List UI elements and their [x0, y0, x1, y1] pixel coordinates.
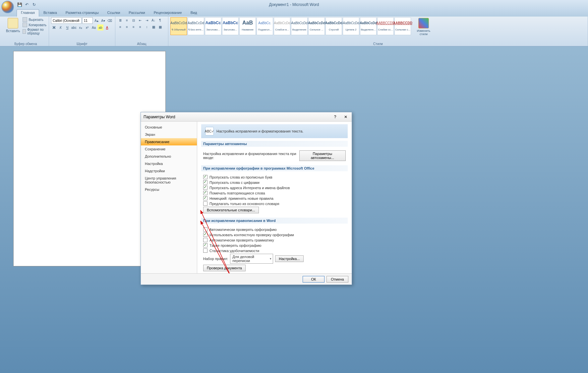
para-label: Абзац [115, 42, 168, 46]
subscript-icon[interactable]: x₂ [78, 25, 84, 30]
save-icon[interactable]: 💾 [17, 2, 23, 8]
nav-general[interactable]: Основные [141, 124, 197, 131]
autocorrect-text: Настройка исправления и форматирования т… [203, 152, 297, 160]
clear-format-icon[interactable]: ⌫ [107, 18, 113, 24]
line-spacing-icon[interactable]: ↕ [144, 24, 150, 30]
help-button[interactable]: ? [332, 115, 338, 119]
nav-resources[interactable]: Ресурсы [141, 186, 197, 193]
align-left-icon[interactable]: ≡ [117, 24, 123, 30]
dialog-title-text: Параметры Word [144, 115, 332, 119]
grow-font-icon[interactable]: A▴ [93, 18, 99, 24]
chk-also-spell[interactable] [203, 243, 207, 247]
section-autocorrect: Параметры автозамены [201, 141, 348, 147]
nav-customize[interactable]: Настройка [141, 160, 197, 167]
align-right-icon[interactable]: ≡ [131, 24, 137, 30]
multilevel-icon[interactable]: ⊟ [131, 17, 137, 23]
indent-icon[interactable]: ⇥ [144, 17, 150, 23]
style-item[interactable]: AaBbCcDdВыделение [291, 17, 308, 35]
font-size-select[interactable] [82, 17, 93, 24]
tab-mailings[interactable]: Рассылки [124, 9, 149, 17]
style-item[interactable]: AaBbCcDdЦитата 2 [343, 17, 359, 35]
autocorrect-options-button[interactable]: Параметры автозамены... [299, 150, 346, 161]
superscript-icon[interactable]: x² [84, 25, 90, 30]
chk-auto-spell[interactable] [203, 227, 207, 232]
chk-ignore-numbers[interactable] [203, 180, 207, 185]
sort-icon[interactable]: A↓ [150, 17, 156, 23]
format-painter-button[interactable]: Формат по образцу [23, 28, 47, 35]
redo-icon[interactable]: ↻ [31, 2, 37, 8]
tab-review[interactable]: Рецензирование [149, 9, 186, 17]
case-icon[interactable]: Aa [91, 25, 97, 30]
style-item[interactable]: AaBbCcDdСлабое в... [274, 17, 290, 35]
copy-button[interactable]: Копировать [23, 23, 47, 27]
ruleset-select[interactable]: Для деловой переписки [230, 254, 273, 264]
change-styles-icon [418, 18, 429, 28]
ruleset-label: Набор правил: [203, 257, 228, 261]
word-options-dialog: Параметры Word ? ✕ Основные Экран Правоп… [141, 112, 352, 285]
nav-display[interactable]: Экран [141, 131, 197, 138]
chk-contextual-spell[interactable] [203, 233, 207, 237]
show-marks-icon[interactable]: ¶ [157, 17, 163, 23]
style-item[interactable]: AaBbCcDd¶ Без инте... [188, 17, 204, 35]
tab-insert[interactable]: Вставка [39, 9, 61, 17]
strike-icon[interactable]: abc [71, 25, 77, 30]
office-button[interactable] [1, 1, 14, 13]
section-word-proofing: При исправлении правописания в Word [201, 218, 348, 224]
font-color-icon[interactable]: A [104, 25, 110, 30]
style-item[interactable]: AaBНазвание [239, 17, 256, 35]
tab-view[interactable]: Вид [186, 9, 202, 17]
nav-trust[interactable]: Центр управления безопасностью [141, 175, 197, 186]
ok-button[interactable]: ОК [303, 276, 324, 283]
highlight-icon[interactable]: ab [97, 25, 103, 30]
numbering-icon[interactable]: ≡ [124, 17, 130, 23]
style-item[interactable]: AaBbCcЗаголово... [205, 17, 221, 35]
style-item[interactable]: AABBCCDDСильная с... [394, 17, 411, 35]
chk-auto-grammar[interactable] [203, 238, 207, 242]
chk-readability[interactable] [203, 248, 207, 253]
close-button[interactable]: ✕ [342, 115, 349, 119]
shrink-font-icon[interactable]: A▾ [100, 18, 106, 24]
tab-home[interactable]: Главная [17, 9, 39, 17]
justify-icon[interactable]: ≡ [137, 24, 143, 30]
cancel-button[interactable]: Отмена [326, 276, 348, 283]
chk-ignore-uppercase[interactable] [203, 175, 207, 179]
content-header: ABC✓ Настройка исправления и форматирова… [201, 124, 348, 138]
ruleset-settings-button[interactable]: Настройка... [275, 255, 303, 262]
align-center-icon[interactable]: ≡ [124, 24, 130, 30]
undo-icon[interactable]: ↶ [24, 2, 30, 8]
tab-layout[interactable]: Разметка страницы [61, 9, 103, 17]
cut-button[interactable]: Вырезать [23, 17, 47, 22]
chk-german[interactable] [203, 196, 207, 200]
underline-icon[interactable]: Ч [64, 25, 70, 30]
style-item[interactable]: AaBbCcDdСильное ... [308, 17, 325, 35]
recheck-button[interactable]: Проверка документа [203, 265, 246, 271]
tab-references[interactable]: Ссылки [103, 9, 125, 17]
custom-dicts-button[interactable]: Вспомогательные словари... [203, 207, 259, 213]
chk-flag-repeated[interactable] [203, 191, 207, 195]
nav-addins[interactable]: Надстройки [141, 167, 197, 175]
bold-icon[interactable]: Ж [51, 25, 57, 30]
bullets-icon[interactable]: ≣ [117, 17, 123, 23]
nav-advanced[interactable]: Дополнительно [141, 153, 197, 160]
font-name-select[interactable] [51, 17, 82, 24]
style-item[interactable]: AaBbCcDd¶ Обычный [170, 17, 187, 35]
ribbon: Вставить Вырезать Копировать Формат по о… [0, 17, 588, 46]
shading-icon[interactable]: ▦ [150, 24, 156, 30]
style-item[interactable]: AaBbCc.Подзагол... [257, 17, 273, 35]
outdent-icon[interactable]: ⇤ [137, 17, 143, 23]
italic-icon[interactable]: К [58, 25, 64, 30]
style-item[interactable]: AaBbCcDdСтрогий [325, 17, 342, 35]
chk-main-dict-only[interactable] [203, 201, 207, 206]
abc-icon: ABC✓ [205, 127, 214, 135]
styles-gallery[interactable]: AaBbCcDd¶ ОбычныйAaBbCcDd¶ Без инте...Aa… [170, 17, 411, 45]
style-item[interactable]: AaBbCcDdВыделенн... [360, 17, 377, 35]
borders-icon[interactable]: ▦ [157, 24, 163, 30]
styles-label: Стили [168, 42, 588, 46]
paste-button[interactable]: Вставить [5, 17, 21, 45]
chk-ignore-urls[interactable] [203, 186, 207, 190]
nav-proofing[interactable]: Правописание [141, 138, 197, 145]
nav-save[interactable]: Сохранение [141, 145, 197, 153]
style-item[interactable]: AABBCCDDСлабая сс... [377, 17, 394, 35]
style-item[interactable]: AaBbCcЗаголово... [222, 17, 239, 35]
change-styles-button[interactable]: Изменить стили [414, 17, 433, 45]
